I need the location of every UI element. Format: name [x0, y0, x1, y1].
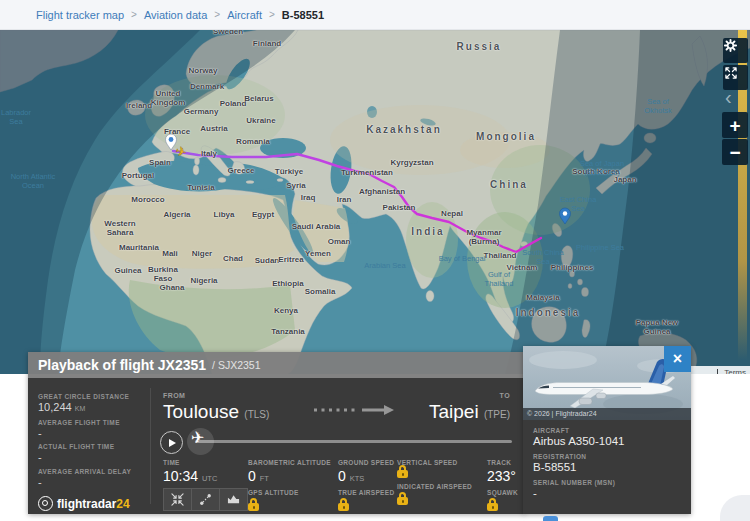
route-from: FROM Toulouse (TLS) [163, 392, 269, 423]
play-icon [169, 439, 176, 447]
center-map-button[interactable] [163, 488, 192, 511]
map-settings-button[interactable] [723, 38, 748, 63]
gear-icon [723, 38, 738, 53]
playback-title: Playback of flight JX2351 [38, 357, 206, 373]
altitude-chart-icon [227, 493, 240, 506]
play-button[interactable] [160, 431, 183, 454]
origin-city: Toulouse (TLS) [163, 401, 269, 423]
playback-header: Playback of flight JX2351 / SJX2351 [28, 352, 525, 378]
origin-airport-code: (TLS) [244, 409, 269, 420]
lock-icon[interactable] [338, 503, 349, 511]
fullscreen-icon [723, 65, 739, 81]
zoom-out-button[interactable]: − [722, 139, 748, 165]
stat-average-flight-time: AVERAGE FLIGHT TIME - [38, 419, 120, 439]
flightradar24-logo[interactable]: flightradar24 [38, 496, 130, 511]
aircraft-serial-number: - [533, 487, 691, 499]
breadcrumb-separator: > [269, 9, 275, 20]
aircraft-photo[interactable]: © 2026 | Flightradar24 × [523, 346, 691, 420]
stat-actual-flight-time: ACTUAL FLIGHT TIME - [38, 443, 114, 463]
panel-collapse-chevron[interactable]: ‹ [725, 86, 732, 109]
telemetry-ground-speed: GROUND SPEED 0 KTS TRUE AIRSPEED [338, 459, 394, 511]
slider-thumb-plane-icon[interactable]: ✈ [191, 430, 204, 446]
playback-panel: Playback of flight JX2351 / SJX2351 GREA… [28, 352, 525, 514]
breadcrumb-link-flight-tracker-map[interactable]: Flight tracker map [36, 9, 124, 21]
flight-stats: GREAT CIRCLE DISTANCE 10,244 KM AVERAGE … [38, 378, 150, 514]
panel-divider [150, 388, 151, 504]
clipped-content-below [543, 516, 558, 521]
breadcrumb-separator: > [214, 9, 220, 20]
aircraft-registration: B-58551 [533, 461, 691, 473]
lock-icon[interactable] [248, 503, 259, 511]
photo-credit: © 2026 | Flightradar24 [523, 408, 691, 420]
lock-icon[interactable] [397, 470, 408, 478]
breadcrumb-separator: > [131, 9, 137, 20]
route-arrow-icon [312, 404, 398, 416]
destination-airport-code: (TPE) [484, 409, 510, 420]
world-map-art: ✈ [0, 30, 750, 374]
breadcrumb-link-aviation-data[interactable]: Aviation data [144, 9, 207, 21]
center-map-icon [171, 493, 184, 506]
telemetry-track: TRACK 233° SQUAWK [487, 459, 518, 511]
world-map[interactable]: ✈ SwedenFinlandNorwayDenmarkUnited Kingd… [0, 30, 750, 374]
page-corner-decoration [720, 495, 750, 521]
playback-body: GREAT CIRCLE DISTANCE 10,244 KM AVERAGE … [28, 378, 525, 514]
aircraft-details: AIRCRAFT Airbus A350-1041 REGISTRATION B… [523, 420, 691, 514]
route-to: TO Taipei (TPE) [429, 392, 510, 423]
aircraft-type: Airbus A350-1041 [533, 435, 691, 447]
breadcrumb-link-aircraft[interactable]: Aircraft [227, 9, 262, 21]
stat-great-circle-distance: GREAT CIRCLE DISTANCE 10,244 KM [38, 393, 129, 413]
playback-timeline-slider[interactable] [195, 440, 512, 443]
stat-average-arrival-delay: AVERAGE ARRIVAL DELAY - [38, 468, 131, 488]
route-trail-button[interactable] [191, 488, 220, 511]
terms-link[interactable]: Terms [724, 368, 746, 375]
lock-icon[interactable] [487, 503, 498, 511]
breadcrumb-current-registration: B-58551 [282, 9, 324, 21]
aircraft-info-panel: © 2026 | Flightradar24 × AIRCRAFT Airbus… [523, 346, 691, 514]
telemetry-time: TIME 10:34 UTC [163, 459, 217, 484]
flightradar24-page: Flight tracker map > Aviation data > Air… [0, 0, 750, 521]
zoom-in-button[interactable]: + [722, 112, 748, 138]
route-trail-icon [199, 493, 212, 506]
playback-callsign: / SJX2351 [212, 359, 260, 371]
breadcrumb: Flight tracker map > Aviation data > Air… [0, 0, 750, 30]
close-panel-button[interactable]: × [664, 346, 691, 372]
telemetry-vertical-speed: VERTICAL SPEED INDICATED AIRSPEED [397, 459, 472, 505]
flightradar24-logo-icon [38, 496, 53, 511]
telemetry-altitude: BAROMETRIC ALTITUDE 0 FT GPS ALTITUDE [248, 459, 331, 511]
lock-icon[interactable] [397, 497, 408, 505]
playback-tool-buttons [163, 488, 247, 511]
destination-city: Taipei (TPE) [429, 401, 510, 423]
altitude-chart-button[interactable] [219, 488, 248, 511]
